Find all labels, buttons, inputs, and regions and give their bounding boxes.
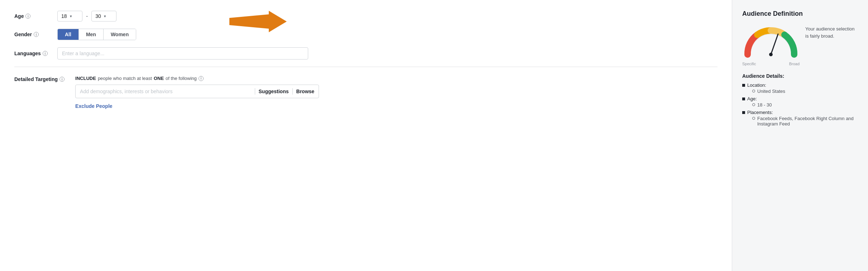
gender-men-button[interactable]: Men [79, 29, 104, 40]
sidebar-title: Audience Definition [742, 10, 858, 18]
sidebar-panel: Audience Definition [732, 0, 868, 271]
svg-line-1 [771, 34, 778, 54]
audience-age-range: 18 - 30 [752, 102, 772, 108]
bullet-square-age [742, 98, 745, 100]
detailed-targeting-label: Detailed Targeting i [14, 76, 70, 82]
audience-location-sublist: United States [747, 89, 785, 95]
age-row: Age i 18 ▾ - 30 ▾ [14, 11, 717, 22]
audience-location-item: Location: United States [742, 82, 858, 95]
gauge-labels: Specific Broad [742, 62, 800, 66]
audience-location-us-text: United States [757, 89, 785, 94]
gauge-chart: Specific Broad [742, 24, 800, 66]
audience-location-label: Location: [747, 82, 785, 88]
age-from-dropdown-icon: ▾ [70, 14, 72, 19]
suggestions-link[interactable]: Suggestions [259, 89, 289, 94]
detailed-include-info-icon[interactable]: i [199, 76, 204, 81]
audience-details-title: Audience Details: [742, 73, 858, 79]
section-divider [14, 67, 717, 67]
audience-placements-sublist: Facebook Feeds, Facebook Right Column an… [747, 116, 858, 127]
gender-all-button[interactable]: All [58, 29, 79, 40]
gender-row: Gender i All Men Women [14, 29, 717, 40]
include-middle: people who match at least [98, 76, 152, 81]
languages-row: Languages i [14, 47, 717, 60]
audience-placements-item: Placements: Facebook Feeds, Facebook Rig… [742, 110, 858, 127]
targeting-divider-line-2 [292, 88, 293, 95]
exclude-people-link[interactable]: Exclude People [75, 103, 112, 109]
gender-label: Gender i [14, 32, 57, 37]
detailed-targeting-label-text: Detailed Targeting [14, 76, 58, 82]
detailed-targeting-section: Detailed Targeting i INCLUDE people who … [14, 76, 717, 109]
age-from-select[interactable]: 18 ▾ [57, 11, 82, 22]
targeting-input[interactable] [80, 85, 251, 98]
languages-label-text: Languages [14, 51, 41, 56]
age-dash-separator: - [86, 13, 88, 19]
include-suffix: of the following [166, 76, 197, 81]
include-one: ONE [154, 76, 164, 81]
audience-age-wrapper: Age: 18 - 30 [747, 96, 772, 108]
audience-location-us: United States [752, 89, 785, 94]
audience-location-wrapper: Location: United States [747, 82, 785, 95]
age-label-text: Age [14, 13, 24, 19]
include-prefix: INCLUDE [75, 76, 96, 81]
bullet-circle-age [752, 103, 755, 106]
audience-details-list: Location: United States Age: [742, 82, 858, 127]
age-controls: 18 ▾ - 30 ▾ [57, 11, 116, 22]
age-to-select[interactable]: 30 ▾ [91, 11, 116, 22]
detailed-targeting-content: INCLUDE people who match at least ONE of… [75, 76, 717, 109]
age-to-value: 30 [95, 13, 101, 19]
browse-link[interactable]: Browse [296, 89, 315, 94]
languages-label: Languages i [14, 51, 57, 56]
targeting-divider-line [255, 88, 255, 95]
audience-age-item: Age: 18 - 30 [742, 96, 858, 108]
audience-placements-value: Facebook Feeds, Facebook Right Column an… [752, 116, 858, 127]
bullet-square-location [742, 84, 745, 87]
audience-placements-label: Placements: [747, 110, 858, 115]
gender-women-button[interactable]: Women [104, 29, 136, 40]
age-to-dropdown-icon: ▾ [104, 14, 106, 19]
gender-info-icon[interactable]: i [34, 32, 39, 37]
age-label: Age i [14, 13, 57, 19]
page-layout: Age i 18 ▾ - 30 ▾ [0, 0, 868, 271]
audience-age-sublist: 18 - 30 [747, 102, 772, 108]
svg-point-2 [769, 53, 773, 56]
audience-age-label: Age: [747, 96, 772, 101]
gender-label-text: Gender [14, 32, 32, 37]
bullet-square-placements [742, 111, 745, 114]
audience-age-range-text: 18 - 30 [757, 102, 772, 108]
gauge-specific-label: Specific [742, 62, 756, 66]
audience-placements-wrapper: Placements: Facebook Feeds, Facebook Rig… [747, 110, 858, 127]
gender-button-group: All Men Women [57, 29, 136, 40]
languages-input[interactable] [57, 47, 308, 60]
main-panel: Age i 18 ▾ - 30 ▾ [0, 0, 732, 271]
gauge-description: Your audience selection is fairly broad. [805, 24, 858, 39]
gauge-wrapper: Specific Broad Your audience selection i… [742, 24, 858, 66]
age-from-value: 18 [61, 13, 67, 19]
audience-placements-text: Facebook Feeds, Facebook Right Column an… [757, 116, 858, 127]
age-info-icon[interactable]: i [25, 14, 30, 19]
gauge-broad-label: Broad [789, 62, 800, 66]
languages-info-icon[interactable]: i [43, 51, 48, 56]
bullet-circle-us [752, 90, 755, 92]
include-text: INCLUDE people who match at least ONE of… [75, 76, 717, 81]
targeting-input-row: Suggestions Browse [75, 85, 319, 98]
bullet-circle-placements [752, 117, 755, 120]
detailed-targeting-info-icon[interactable]: i [59, 77, 65, 82]
